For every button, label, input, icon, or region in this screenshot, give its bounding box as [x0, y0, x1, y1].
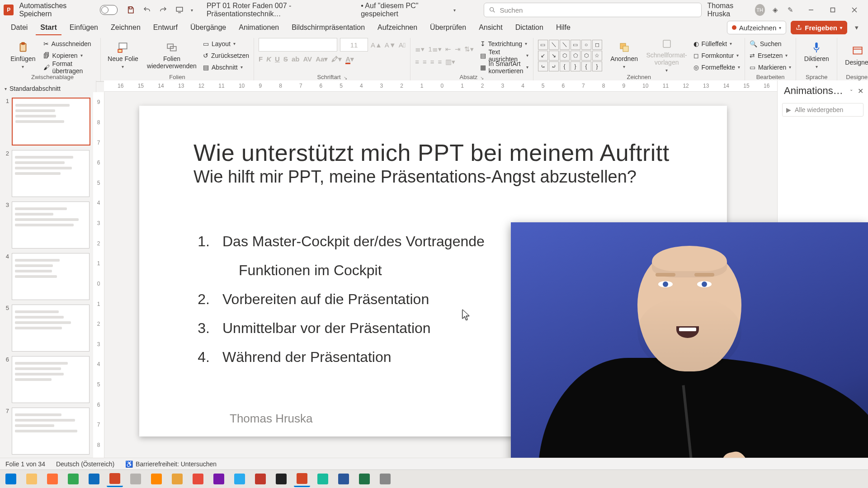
increase-indent-icon[interactable]: ⇥: [455, 45, 461, 53]
decrease-font-icon[interactable]: A▼: [385, 41, 396, 49]
tab-einfügen[interactable]: Einfügen: [65, 20, 103, 35]
char-spacing-icon[interactable]: AV: [303, 55, 312, 63]
underline-icon[interactable]: U: [275, 55, 280, 63]
taskbar-vlc[interactable]: [148, 472, 165, 486]
font-color-icon[interactable]: A▾: [345, 55, 354, 63]
shape-outline-button[interactable]: ◻ Formkontur▾: [693, 51, 740, 61]
slide-thumbnail-panel[interactable]: ▾ Standardabschnitt 12345678: [0, 80, 96, 475]
taskbar-app4[interactable]: [315, 472, 331, 486]
strike-icon[interactable]: S: [283, 55, 288, 63]
taskbar-outlook[interactable]: [86, 472, 102, 486]
taskbar-windows[interactable]: [3, 472, 19, 486]
font-dialog-launcher[interactable]: ↘: [344, 75, 347, 80]
taskbar-firefox[interactable]: [44, 472, 61, 486]
pen-icon[interactable]: ✎: [786, 5, 795, 15]
taskbar-files[interactable]: [24, 472, 40, 486]
taskbar-slack[interactable]: [127, 472, 144, 486]
italic-icon[interactable]: K: [266, 55, 271, 63]
maximize-button[interactable]: [823, 3, 843, 17]
format-painter-button[interactable]: 🖌 Format übertragen: [43, 62, 96, 72]
select-button[interactable]: ▭ Markieren▾: [750, 62, 791, 72]
taskbar-obs[interactable]: [273, 472, 289, 486]
shape-fill-button[interactable]: ◐ Fülleffekt▾: [693, 39, 740, 49]
redo-icon[interactable]: [158, 5, 168, 15]
align-right-icon[interactable]: ≡: [430, 58, 434, 66]
columns-icon[interactable]: ▥▾: [445, 58, 455, 66]
taskbar-app5[interactable]: [377, 472, 393, 486]
tab-ansicht[interactable]: Ansicht: [474, 20, 507, 35]
search-input[interactable]: Suchen: [484, 3, 702, 17]
decrease-indent-icon[interactable]: ⇤: [445, 45, 451, 53]
taskbar-excel[interactable]: [356, 472, 373, 486]
numbering-icon[interactable]: 1≣▾: [428, 45, 441, 53]
slide-counter[interactable]: Folie 1 von 34: [5, 460, 45, 468]
slide-list-item[interactable]: 4.Während der Präsentation: [193, 343, 485, 371]
line-spacing-icon[interactable]: ⇅▾: [464, 45, 474, 53]
tab-übergänge[interactable]: Übergänge: [186, 20, 231, 35]
document-title[interactable]: PPT 01 Roter Faden 007 - Präsentationste…: [207, 2, 456, 18]
slide-body-list[interactable]: 1.Das Master-Cockpit der/des Vortragende…: [193, 227, 485, 371]
arrange-button[interactable]: Anordnen▾: [609, 42, 640, 69]
change-case-icon[interactable]: Aa▾: [316, 55, 328, 63]
tab-animationen[interactable]: Animationen: [234, 20, 283, 35]
title-dropdown-icon[interactable]: ▾: [453, 8, 456, 13]
pane-close-icon[interactable]: ✕: [858, 87, 863, 95]
align-center-icon[interactable]: ≡: [423, 58, 427, 66]
record-button[interactable]: Aufzeichnen ▾: [727, 21, 787, 34]
slide-thumbnail[interactable]: 1: [3, 98, 93, 145]
diamond-icon[interactable]: ◈: [771, 5, 780, 15]
taskbar-onenote[interactable]: [211, 472, 227, 486]
section-button[interactable]: ▤ Abschnitt▾: [203, 62, 249, 72]
tab-hilfe[interactable]: Hilfe: [552, 20, 575, 35]
font-size-select[interactable]: 11: [340, 38, 368, 52]
taskbar-telegram[interactable]: [231, 472, 248, 486]
toggle-switch[interactable]: [100, 5, 118, 15]
share-button[interactable]: Freigeben ▾: [791, 21, 847, 34]
align-text-button[interactable]: ▤ Text ausrichten▾: [480, 51, 528, 61]
user-account[interactable]: Thomas Hruska TH: [707, 2, 764, 18]
slide-list-item[interactable]: 2.Vorbereiten auf die Präsentation: [193, 285, 485, 314]
reuse-slides-button[interactable]: Folien wiederverwenden: [147, 42, 197, 70]
designer-button[interactable]: Designer: [842, 45, 868, 66]
slide-list-item[interactable]: 3.Unmittelbar vor der Präsentation: [193, 314, 485, 343]
bullets-icon[interactable]: ≣▾: [415, 45, 425, 53]
dictate-button[interactable]: Diktieren▾: [801, 42, 832, 69]
font-family-select[interactable]: [259, 38, 337, 52]
paragraph-dialog-launcher[interactable]: ↘: [480, 75, 484, 80]
slide-thumbnail[interactable]: 5: [3, 305, 93, 352]
smartart-button[interactable]: ▦ In SmartArt konvertieren▾: [480, 62, 528, 72]
clear-format-icon[interactable]: A⃠: [399, 41, 406, 49]
tab-überprüfen[interactable]: Überprüfen: [425, 20, 471, 35]
tab-zeichnen[interactable]: Zeichnen: [106, 20, 145, 35]
present-from-start-icon[interactable]: [175, 5, 184, 15]
section-header[interactable]: ▾ Standardabschnitt: [3, 84, 93, 93]
slide-thumbnail[interactable]: 3: [3, 202, 93, 249]
taskbar-app1[interactable]: [169, 472, 185, 486]
tab-dictation[interactable]: Dictation: [511, 20, 548, 35]
ruler-vertical[interactable]: 9876543210123456789: [93, 92, 104, 475]
tab-bildschirmpräsentation[interactable]: Bildschirmpräsentation: [287, 20, 369, 35]
reset-button[interactable]: ↺ Zurücksetzen: [203, 51, 249, 61]
taskbar-app2[interactable]: [190, 472, 206, 486]
ruler-horizontal[interactable]: 1615141312111098765432101234567891011121…: [104, 80, 778, 92]
quick-styles-button[interactable]: Schnellformat-vorlagen▾: [646, 38, 687, 73]
tab-start[interactable]: Start: [36, 20, 61, 35]
shape-effects-button[interactable]: ◎ Formeffekte▾: [693, 62, 740, 72]
cut-button[interactable]: ✂ Ausschneiden: [43, 39, 96, 49]
language-indicator[interactable]: Deutsch (Österreich): [56, 460, 114, 468]
highlight-icon[interactable]: 🖍▾: [331, 55, 342, 63]
align-left-icon[interactable]: ≡: [415, 58, 419, 66]
play-all-button[interactable]: ▶ Alle wiedergeben: [782, 103, 863, 117]
bold-icon[interactable]: F: [259, 55, 263, 63]
pane-options-icon[interactable]: ⌄: [849, 87, 853, 95]
slide-thumbnail[interactable]: 2: [3, 150, 93, 197]
slide-list-subitem[interactable]: Funktionen im Cockpit: [239, 256, 485, 285]
justify-icon[interactable]: ≡: [438, 58, 442, 66]
slide-list-item[interactable]: 1.Das Master-Cockpit der/des Vortragende: [193, 227, 485, 256]
accessibility-check[interactable]: ♿ Barrierefreiheit: Untersuchen: [125, 460, 217, 468]
new-slide-button[interactable]: Neue Folie▾: [105, 42, 141, 69]
minimize-button[interactable]: [801, 3, 821, 17]
slide-subtitle[interactable]: Wie hilft mir PPT, meine Präsentations-A…: [193, 167, 637, 187]
slide-thumbnail[interactable]: 7: [3, 408, 93, 455]
section-collapse-icon[interactable]: ▾: [5, 86, 7, 91]
